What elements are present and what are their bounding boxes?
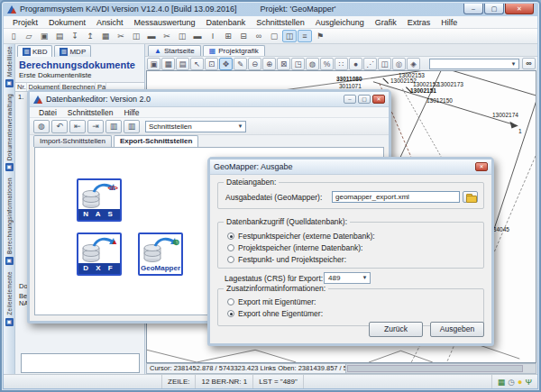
scale-percent-icon[interactable]: % (320, 58, 334, 70)
menu-item[interactable]: Extras (402, 18, 436, 27)
open-folder-icon[interactable]: ▱ (22, 30, 36, 42)
menu-item[interactable]: Ansicht (91, 18, 129, 27)
close-button[interactable]: ✕ (372, 95, 385, 104)
print-icon[interactable]: ▦ (98, 30, 113, 42)
column-header[interactable]: Nr. (15, 83, 27, 91)
crs-combobox[interactable]: 489 ▼ (324, 272, 371, 284)
db-connect-icon[interactable]: ◍ (33, 120, 50, 133)
zoom-in-icon[interactable]: ⊕ (262, 58, 276, 70)
menu-item[interactable]: Ausgleichung (310, 18, 370, 27)
insert-row-icon[interactable]: ⊞ (221, 30, 235, 42)
interfaces-combobox[interactable]: Schnittstellen ▼ (145, 121, 246, 132)
scrollbar-thumb[interactable] (347, 365, 523, 372)
database-option[interactable]: Festpunkt- und Projektspeicher: (227, 255, 346, 264)
text-cursor-icon[interactable]: I (206, 30, 220, 42)
minimize-button[interactable]: – (463, 4, 483, 14)
menu-item[interactable]: Messauswertung (129, 18, 201, 27)
copy-graphic-icon[interactable]: ◫ (378, 58, 391, 70)
side-tab[interactable]: Modellliste ▣ (5, 46, 14, 87)
close-button[interactable]: ✕ (505, 4, 534, 14)
undo-icon[interactable]: ↶ (51, 120, 68, 133)
pan-icon[interactable]: ✥ (219, 58, 233, 70)
document-properties-icon[interactable]: ▤ (52, 30, 67, 42)
import-document-icon[interactable]: ↧ (68, 30, 82, 42)
paste-rows-icon[interactable]: ▬ (190, 30, 205, 42)
chevron-down-icon[interactable]: ▼ (236, 123, 244, 131)
maximize-button[interactable]: ▢ (484, 4, 504, 14)
select-pointer-icon[interactable]: ↖ (190, 58, 204, 70)
grid-status-icon[interactable]: ▦ (498, 378, 506, 387)
owner-option[interactable]: Export mit Eigentümer: (227, 297, 316, 306)
chevron-down-icon[interactable]: ▼ (509, 60, 518, 68)
side-tab[interactable]: Dokumentenverwaltung ▣ (5, 94, 14, 171)
cut-icon[interactable]: ✂ (114, 30, 128, 42)
copy-icon[interactable]: ◫ (129, 30, 143, 42)
new-document-icon[interactable]: ▯ (6, 30, 21, 42)
tree-status-icon[interactable]: Ψ (525, 378, 532, 387)
menu-item[interactable]: Hilfe (118, 108, 144, 117)
search-binoculars-button[interactable]: ∞ (522, 58, 536, 69)
export-interface-icon[interactable]: </> N A S (77, 178, 122, 222)
close-button[interactable]: ✕ (475, 162, 488, 171)
output-file-input[interactable] (332, 191, 460, 203)
plot-icon[interactable]: ▤ (176, 58, 189, 70)
interface-in-icon[interactable]: ⇤ (69, 120, 86, 133)
window-tile-icon[interactable]: ◫ (282, 30, 297, 42)
menu-item[interactable]: Dokument (43, 18, 91, 27)
db-export-icon[interactable]: ▥ (124, 120, 140, 133)
search-binoculars-icon[interactable]: ∞ (252, 30, 266, 42)
paste-icon[interactable]: ▬ (144, 30, 159, 42)
save-view-icon[interactable]: ▣ (147, 58, 160, 70)
clock-status-icon[interactable]: ◷ (508, 378, 515, 387)
center-icon[interactable]: ◈ (407, 58, 420, 70)
draw-measure-icon[interactable]: ✎ (234, 58, 247, 70)
menu-item[interactable]: Schnittstellen (62, 108, 119, 117)
point-search-combobox[interactable]: ▼ (429, 59, 519, 69)
graphics-tab[interactable]: ▦ Projektgrafik (203, 45, 265, 56)
redraw-icon[interactable]: ◳ (291, 58, 305, 70)
radio-button-icon[interactable] (227, 244, 234, 251)
minimize-button[interactable]: – (344, 95, 356, 104)
save-icon[interactable]: ▣ (37, 30, 51, 42)
menu-item[interactable]: Datei (33, 108, 62, 117)
point-snap-icon[interactable]: ∷ (335, 58, 348, 70)
database-option[interactable]: Festpunktspeicher (externe Datenbank): (227, 232, 375, 241)
window-icon[interactable]: ▢ (267, 30, 281, 42)
menu-item[interactable]: Grafik (370, 18, 402, 27)
export-interface-icon[interactable]: ◍ GeoMapper (138, 232, 183, 276)
interface-out-icon[interactable]: ⇥ (87, 120, 104, 133)
menu-item[interactable]: Datenbank (201, 18, 252, 27)
radio-button-icon[interactable] (227, 232, 234, 240)
hint-bulb-icon[interactable]: ● (518, 378, 522, 387)
radio-button-icon[interactable] (227, 256, 234, 263)
export-interface-icon[interactable]: ▲ D X F (77, 232, 122, 276)
help-flag-icon[interactable]: ⚑ (313, 30, 327, 42)
menu-item[interactable]: Projekt (7, 18, 43, 27)
export-document-icon[interactable]: ↥ (83, 30, 97, 42)
layer-icon[interactable]: ◍ (306, 58, 319, 70)
database-option[interactable]: Projektspeicher (interne Datenbank): (227, 243, 362, 252)
browse-folder-button[interactable] (463, 191, 478, 203)
back-button[interactable]: Zurück (369, 322, 423, 337)
window-list-icon[interactable]: ≡ (298, 30, 312, 42)
maximize-button[interactable]: ▢ (358, 95, 371, 104)
side-tab[interactable]: Zeilenelemente ▣ (5, 271, 14, 326)
run-export-button[interactable]: Ausgeben (430, 322, 484, 337)
document-tab[interactable]: ▥ KBD (17, 45, 52, 57)
interface-tab[interactable]: Import-Schnittstellen (33, 135, 112, 147)
copy-rows-icon[interactable]: ◫ (175, 30, 189, 42)
radio-button-icon[interactable] (227, 310, 234, 317)
menu-item[interactable]: Schnittstellen (251, 18, 310, 27)
delete-row-icon[interactable]: ⊟ (236, 30, 251, 42)
zoom-window-icon[interactable]: ⊡ (205, 58, 218, 70)
document-tab[interactable]: ▥ MDP (54, 45, 91, 57)
menu-item[interactable]: Hilfe (436, 18, 463, 27)
area-icon[interactable]: ● (349, 58, 362, 70)
radio-button-icon[interactable] (227, 298, 234, 305)
horizontal-scrollbar[interactable] (346, 363, 536, 374)
cut-rows-icon[interactable]: ✂ (160, 30, 174, 42)
db-import-icon[interactable]: ▥ (105, 120, 122, 133)
measure-line-icon[interactable]: ⋰ (363, 58, 377, 70)
interface-tab[interactable]: Export-Schnittstellen (114, 135, 198, 147)
graphics-tab[interactable]: ▲ Startseite (148, 45, 201, 56)
